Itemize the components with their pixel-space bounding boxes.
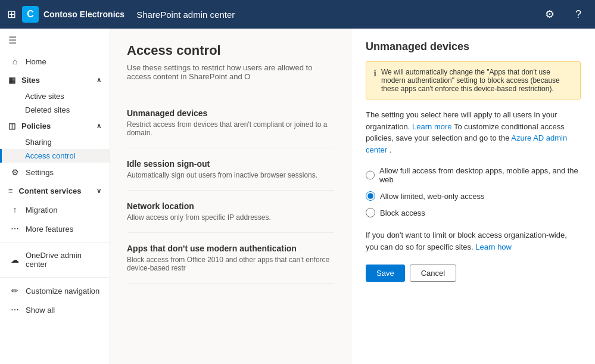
more-features-icon: ⋯ bbox=[10, 224, 20, 234]
help-icon[interactable]: ? bbox=[569, 5, 588, 24]
sharing-label: Sharing bbox=[25, 138, 52, 147]
more-features-label: More features bbox=[26, 225, 73, 234]
policies-chevron: ∧ bbox=[96, 122, 101, 130]
onedrive-icon: ☁ bbox=[10, 255, 20, 265]
setting-idle-session[interactable]: Idle session sign-out Automatically sign… bbox=[127, 148, 334, 191]
sidebar-item-sites[interactable]: ▦ Sites ∧ bbox=[0, 71, 110, 89]
radio-full-access-label: Allow full access from desktop apps, mob… bbox=[379, 166, 581, 184]
setting-unmanaged-desc: Restrict access from devices that aren't… bbox=[127, 120, 334, 137]
migration-label: Migration bbox=[26, 206, 57, 214]
setting-network-title: Network location bbox=[127, 201, 334, 211]
save-button[interactable]: Save bbox=[366, 265, 405, 282]
learn-more-link[interactable]: Learn more bbox=[412, 122, 451, 131]
sidebar-divider-2 bbox=[0, 277, 110, 278]
sidebar-item-deleted-sites[interactable]: Deleted sites bbox=[0, 103, 110, 117]
sidebar-item-policies-label: Policies bbox=[21, 122, 51, 130]
radio-block-access-input[interactable] bbox=[366, 208, 375, 217]
sidebar-item-settings[interactable]: ⚙ Settings bbox=[0, 163, 110, 182]
settings-icon[interactable]: ⚙ bbox=[540, 5, 559, 24]
setting-idle-desc: Automatically sign out users from inacti… bbox=[127, 171, 334, 179]
settings-label: Settings bbox=[26, 168, 54, 177]
content-services-label: Content services bbox=[19, 186, 82, 195]
waffle-icon[interactable]: ⊞ bbox=[7, 8, 16, 21]
access-control-label: Access control bbox=[25, 151, 76, 160]
sidebar-item-policies[interactable]: ◫ Policies ∧ bbox=[0, 117, 110, 135]
cancel-button[interactable]: Cancel bbox=[410, 265, 456, 282]
content-area: Access control Use these settings to res… bbox=[110, 29, 595, 364]
right-panel: Unmanaged devices ℹ We will automaticall… bbox=[351, 29, 595, 364]
admin-center-title: SharePoint admin center bbox=[136, 10, 235, 20]
sidebar-item-sites-label: Sites bbox=[21, 76, 40, 85]
customize-nav-icon: ✏ bbox=[10, 286, 20, 295]
panel-description: The setting you select here will apply t… bbox=[366, 109, 581, 155]
main-content: Access control Use these settings to res… bbox=[110, 29, 351, 364]
sidebar-item-home-label: Home bbox=[26, 57, 46, 66]
hamburger-icon[interactable]: ☰ bbox=[0, 29, 110, 52]
sidebar-item-onedrive[interactable]: ☁ OneDrive admin center bbox=[0, 246, 110, 273]
warning-icon: ℹ bbox=[373, 69, 376, 93]
main-layout: ☰ ⌂ Home ▦ Sites ∧ Active sites Deleted … bbox=[0, 29, 595, 364]
app-logo: C Contoso Electronics bbox=[22, 6, 124, 23]
settings-nav-icon: ⚙ bbox=[10, 167, 20, 177]
content-services-icon: ≡ bbox=[8, 186, 13, 195]
panel-title: Unmanaged devices bbox=[366, 41, 581, 53]
logo-icon: C bbox=[22, 6, 39, 23]
sidebar-item-more-features[interactable]: ⋯ More features bbox=[0, 219, 110, 238]
customize-nav-label: Customize navigation bbox=[26, 287, 99, 295]
app-name: Contoso Electronics bbox=[43, 10, 124, 19]
learn-how-link[interactable]: Learn how bbox=[475, 242, 512, 251]
panel-desc-after: . bbox=[390, 145, 392, 154]
sites-icon: ▦ bbox=[8, 76, 15, 85]
migration-icon: ↑ bbox=[10, 205, 20, 214]
access-options-group: Allow full access from desktop apps, mob… bbox=[366, 166, 581, 217]
setting-modern-auth-title: Apps that don't use modern authenticatio… bbox=[127, 244, 334, 253]
radio-limited-access-label: Allow limited, web-only access bbox=[380, 192, 485, 201]
setting-unmanaged-title: Unmanaged devices bbox=[127, 108, 334, 118]
sidebar-item-content-services[interactable]: ≡ Content services ∨ bbox=[0, 182, 110, 200]
sidebar-divider-1 bbox=[0, 242, 110, 242]
onedrive-label: OneDrive admin center bbox=[26, 251, 101, 269]
setting-network-location[interactable]: Network location Allow access only from … bbox=[127, 191, 334, 233]
home-icon: ⌂ bbox=[10, 57, 20, 66]
setting-idle-title: Idle session sign-out bbox=[127, 159, 334, 169]
sidebar-item-access-control[interactable]: Access control bbox=[0, 149, 110, 163]
deleted-sites-label: Deleted sites bbox=[25, 105, 70, 114]
page-subtitle: Use these settings to restrict how users… bbox=[127, 63, 334, 81]
page-title: Access control bbox=[127, 43, 334, 58]
radio-block-access[interactable]: Block access bbox=[366, 208, 581, 217]
extra-info-text: If you don't want to limit or block acce… bbox=[366, 231, 567, 251]
sidebar-item-active-sites[interactable]: Active sites bbox=[0, 89, 110, 103]
policies-icon: ◫ bbox=[8, 122, 15, 130]
radio-block-access-label: Block access bbox=[380, 209, 425, 217]
sites-chevron: ∧ bbox=[96, 76, 101, 84]
sidebar-item-sharing[interactable]: Sharing bbox=[0, 135, 110, 149]
radio-full-access-input[interactable] bbox=[366, 170, 375, 180]
sidebar-item-show-all[interactable]: ⋯ Show all bbox=[0, 300, 110, 319]
setting-modern-auth-desc: Block access from Office 2010 and other … bbox=[127, 256, 334, 272]
sidebar: ☰ ⌂ Home ▦ Sites ∧ Active sites Deleted … bbox=[0, 29, 110, 364]
sidebar-item-home[interactable]: ⌂ Home bbox=[0, 52, 110, 71]
warning-text: We will automatically change the "Apps t… bbox=[381, 68, 573, 93]
sidebar-item-migration[interactable]: ↑ Migration bbox=[0, 200, 110, 219]
radio-limited-access-input[interactable] bbox=[366, 191, 375, 201]
setting-network-desc: Allow access only from specific IP addre… bbox=[127, 213, 334, 222]
content-services-chevron: ∨ bbox=[96, 187, 101, 195]
radio-limited-access[interactable]: Allow limited, web-only access bbox=[366, 191, 581, 201]
button-row: Save Cancel bbox=[366, 265, 581, 282]
setting-unmanaged-devices[interactable]: Unmanaged devices Restrict access from d… bbox=[127, 98, 334, 148]
show-all-label: Show all bbox=[26, 306, 55, 315]
radio-full-access[interactable]: Allow full access from desktop apps, mob… bbox=[366, 166, 581, 184]
sidebar-item-customize-nav[interactable]: ✏ Customize navigation bbox=[0, 281, 110, 300]
setting-modern-auth[interactable]: Apps that don't use modern authenticatio… bbox=[127, 233, 334, 284]
warning-box: ℹ We will automatically change the "Apps… bbox=[366, 61, 581, 99]
show-all-icon: ⋯ bbox=[10, 305, 20, 315]
active-sites-label: Active sites bbox=[25, 92, 64, 101]
topbar: ⊞ C Contoso Electronics SharePoint admin… bbox=[0, 0, 595, 29]
extra-info: If you don't want to limit or block acce… bbox=[366, 229, 581, 253]
